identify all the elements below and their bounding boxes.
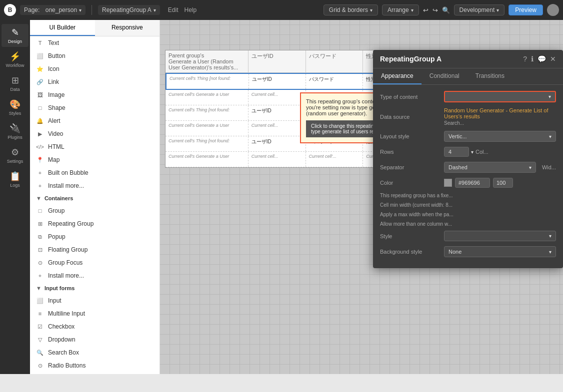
sidebar-item-group[interactable]: □ Group xyxy=(30,204,160,217)
page-label: Page: xyxy=(24,6,40,13)
sidebar-item-built-on-bubble[interactable]: + Built on Bubble xyxy=(30,166,160,179)
header-col1: Parent group'sGenerate a User (Random Us… xyxy=(166,50,248,72)
input-forms-section[interactable]: ▼ Input forms xyxy=(30,282,160,294)
tab-appearance[interactable]: Appearance xyxy=(373,68,422,84)
style-value[interactable]: ▾ xyxy=(444,231,556,241)
rows-input[interactable]: 4 xyxy=(444,147,469,157)
separator-row: Separator Dashed ▾ Wid... xyxy=(380,162,556,173)
sidebar-item-video[interactable]: ▶ Video xyxy=(30,127,160,140)
sidebar-item-search-box[interactable]: 🔍 Search Box xyxy=(30,346,160,359)
bg-style-value[interactable]: None ▾ xyxy=(444,246,556,257)
dev-btn[interactable]: Development ▾ xyxy=(454,4,505,15)
help-action[interactable]: Help xyxy=(184,6,197,13)
color-opacity-input[interactable]: 100 xyxy=(493,178,513,188)
nav-plugins[interactable]: 🔌 Plugins xyxy=(2,120,28,143)
separator-value[interactable]: Dashed ▾ xyxy=(444,162,536,173)
bg-style-text: None xyxy=(448,249,462,255)
search-btn[interactable]: 🔍 xyxy=(442,6,450,14)
data-source-value[interactable]: Random User Generator - Generate List of… xyxy=(444,107,556,126)
sidebar-item-link[interactable]: 🔗 Link xyxy=(30,75,160,88)
sidebar-item-shape-label: Shape xyxy=(48,104,66,111)
type-of-content-select[interactable]: ▾ xyxy=(444,91,556,102)
user-avatar[interactable] xyxy=(547,4,559,16)
cell-r3-c1: Current cell's Thing [not found: xyxy=(166,136,248,151)
sidebar-item-multiline-input[interactable]: ≡ Multiline Input xyxy=(30,307,160,320)
sidebar-item-map[interactable]: 📍 Map xyxy=(30,153,160,166)
nav-design[interactable]: ✎ Design xyxy=(2,24,28,47)
style-row: Style ▾ xyxy=(380,231,556,241)
sidebar-item-shape[interactable]: □ Shape xyxy=(30,101,160,114)
grid-label: Grid & borders xyxy=(329,6,368,13)
sidebar-item-checkbox[interactable]: ☑ Checkbox xyxy=(30,320,160,333)
separator-select[interactable]: Dashed ▾ xyxy=(444,162,536,173)
sidebar-item-input[interactable]: ⬜ Input xyxy=(30,294,160,307)
rows-number-row: 4 ▾ Col... xyxy=(444,147,488,157)
redo-btn[interactable]: ↪ xyxy=(432,6,438,14)
sidebar-item-alert[interactable]: 🔔 Alert xyxy=(30,114,160,127)
component-selector[interactable]: RepeatingGroup A ▾ xyxy=(98,5,160,15)
sidebar-item-install-more-containers[interactable]: + Install more... xyxy=(30,269,160,282)
preview-btn[interactable]: Preview xyxy=(508,4,543,15)
color-swatch[interactable] xyxy=(444,179,452,187)
topbar: B Page: one_person ▾ RepeatingGroup A ▾ … xyxy=(0,0,563,20)
data-source-link[interactable]: Random User Generator - Generate List of… xyxy=(444,107,556,119)
edit-action[interactable]: Edit xyxy=(168,6,178,13)
containers-section[interactable]: ▼ Containers xyxy=(30,192,160,204)
sidebar-item-text[interactable]: T Text xyxy=(30,36,160,49)
image-icon: 🖼 xyxy=(36,91,44,99)
sidebar-item-floating-group[interactable]: ⊡ Floating Group xyxy=(30,243,160,256)
nav-styles[interactable]: 🎨 Styles xyxy=(2,96,28,119)
logo: B xyxy=(4,4,16,16)
sidebar-item-dropdown[interactable]: ▽ Dropdown xyxy=(30,333,160,346)
style-select[interactable]: ▾ xyxy=(444,231,556,241)
sidebar-item-built-on-bubble-label: Built on Bubble xyxy=(48,169,88,176)
nav-logs[interactable]: 📋 Logs xyxy=(2,168,28,191)
rows-label: Rows xyxy=(380,149,440,155)
multiline-input-icon: ≡ xyxy=(36,310,44,318)
panel-chat-icon[interactable]: 💬 xyxy=(538,55,546,63)
input-forms-label: Input forms xyxy=(44,285,75,291)
panel-title: RepeatingGroup A xyxy=(380,55,523,63)
sidebar-item-html[interactable]: </> HTML xyxy=(30,140,160,153)
panel-help-icon[interactable]: ? xyxy=(523,55,527,63)
sidebar-item-radio-buttons[interactable]: ⊙ Radio Buttons xyxy=(30,359,160,372)
arrange-btn[interactable]: Arrange ▾ xyxy=(382,4,419,15)
layout-style-select[interactable]: Vertic... ▾ xyxy=(444,131,556,142)
tab-responsive[interactable]: Responsive xyxy=(95,20,160,36)
sidebar-item-floating-group-label: Floating Group xyxy=(48,246,88,253)
nav-workflow[interactable]: ⚡ Workflow xyxy=(2,48,28,71)
sidebar-item-repeating-group[interactable]: ⊞ Repeating Group xyxy=(30,217,160,230)
separator-chevron: ▾ xyxy=(529,165,532,170)
styles-icon: 🎨 xyxy=(10,99,20,110)
plugins-icon: 🔌 xyxy=(10,123,20,134)
bg-style-select[interactable]: None ▾ xyxy=(444,246,556,257)
sidebar-item-image[interactable]: 🖼 Image xyxy=(30,88,160,101)
sidebar-item-icon[interactable]: ⭐ Icon xyxy=(30,62,160,75)
type-of-content-label: Type of content xyxy=(380,94,440,100)
grid-chevron: ▾ xyxy=(370,7,372,13)
panel-close-icon[interactable]: ✕ xyxy=(550,55,556,63)
html-icon: </> xyxy=(36,143,44,151)
sidebar-item-popup[interactable]: ⧉ Popup xyxy=(30,230,160,243)
sidebar-item-button[interactable]: ⬜ Button xyxy=(30,49,160,62)
page-selector[interactable]: Page: one_person ▾ xyxy=(20,5,86,15)
tab-conditional[interactable]: Conditional xyxy=(422,68,468,84)
layout-style-value[interactable]: Vertic... ▾ xyxy=(444,131,556,142)
dev-label: Development xyxy=(460,6,495,13)
color-hex-input[interactable]: #969696 xyxy=(455,178,490,188)
panel-info-icon[interactable]: ℹ xyxy=(531,55,534,63)
nav-settings[interactable]: ⚙ Settings xyxy=(2,144,28,167)
type-of-content-value[interactable]: ▾ xyxy=(444,91,556,102)
repeating-group-panel: RepeatingGroup A ? ℹ 💬 ✕ Appearance Cond… xyxy=(373,50,563,268)
grid-borders-btn[interactable]: Grid & borders ▾ xyxy=(324,4,378,15)
sidebar-item-input-label: Input xyxy=(48,297,62,304)
tab-ui-builder[interactable]: UI Builder xyxy=(30,20,95,36)
floating-group-icon: ⊡ xyxy=(36,246,44,254)
sidebar-item-install-more-top[interactable]: + Install more... xyxy=(30,179,160,192)
tab-transitions[interactable]: Transitions xyxy=(468,68,512,84)
width-label: Wid... xyxy=(542,164,556,170)
data-source-search: Search... xyxy=(444,120,556,126)
undo-btn[interactable]: ↩ xyxy=(423,6,428,14)
nav-data[interactable]: ⊞ Data xyxy=(2,72,28,95)
sidebar-item-group-focus[interactable]: ⊙ Group Focus xyxy=(30,256,160,269)
